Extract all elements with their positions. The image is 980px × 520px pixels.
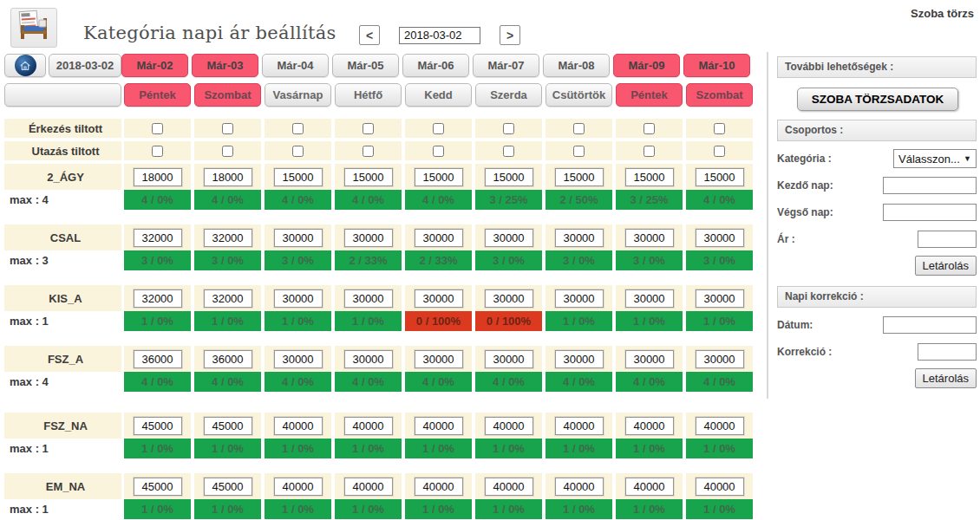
column-header-date[interactable]: Már-08 [543,54,610,77]
price-input[interactable] [555,417,604,435]
restriction-checkbox[interactable] [292,146,304,157]
szoba-torzsadatok-button[interactable]: SZOBA TÖRZSADATOK [797,88,959,111]
price-input[interactable] [696,350,744,368]
price-input[interactable] [134,478,182,496]
prev-day-button[interactable]: < [359,25,380,45]
kategoria-select[interactable]: Válasszon... ▼ [893,149,977,168]
restriction-checkbox[interactable] [363,146,374,157]
price-input[interactable] [204,229,252,247]
price-input[interactable] [134,168,182,186]
column-header-date[interactable]: Már-02 [121,54,188,77]
price-input[interactable] [204,478,252,496]
price-input[interactable] [625,289,674,308]
column-header-date[interactable]: Már-03 [192,54,258,77]
restriction-checkbox[interactable] [714,146,725,157]
price-input[interactable] [415,350,463,368]
csoportos-letarolas-button[interactable]: Letárolás [915,256,977,276]
price-input[interactable] [204,289,252,308]
price-input[interactable] [485,289,533,308]
price-input[interactable] [204,417,252,435]
column-header-date[interactable]: Már-07 [473,54,539,77]
price-input[interactable] [204,350,252,368]
price-input[interactable] [696,229,744,247]
column-header-day[interactable]: Péntek [616,83,683,107]
price-input[interactable] [204,168,252,186]
column-header-day[interactable]: Szombat [194,83,261,107]
price-input[interactable] [696,478,744,496]
price-input[interactable] [134,289,182,308]
price-input[interactable] [274,289,323,308]
price-input[interactable] [274,168,323,186]
restriction-checkbox[interactable] [433,146,444,157]
price-input[interactable] [274,350,323,368]
price-input[interactable] [134,229,182,247]
price-input[interactable] [344,168,393,186]
price-input[interactable] [555,289,604,308]
napi-letarolas-button[interactable]: Letárolás [915,368,977,388]
price-input[interactable] [274,478,323,496]
restriction-checkbox[interactable] [222,123,233,134]
restriction-checkbox[interactable] [503,123,514,134]
price-input[interactable] [555,229,604,247]
price-input[interactable] [415,417,463,435]
price-input[interactable] [625,417,674,435]
restriction-checkbox[interactable] [292,123,304,134]
column-header-date[interactable]: Már-04 [262,54,329,77]
restriction-checkbox[interactable] [714,123,725,134]
datum-input[interactable] [883,316,977,334]
price-input[interactable] [344,289,393,308]
price-input[interactable] [485,168,533,186]
restriction-checkbox[interactable] [433,123,444,134]
price-input[interactable] [485,350,533,368]
price-input[interactable] [485,478,533,496]
price-input[interactable] [134,350,182,368]
restriction-checkbox[interactable] [503,146,514,157]
restriction-checkbox[interactable] [152,146,163,157]
price-input[interactable] [696,168,744,186]
price-input[interactable] [555,168,604,186]
price-input[interactable] [134,417,182,435]
column-header-date[interactable]: Már-05 [332,54,399,77]
price-input[interactable] [344,229,393,247]
price-input[interactable] [625,350,674,368]
price-input[interactable] [344,478,393,496]
column-header-date[interactable]: Már-06 [402,54,469,77]
price-input[interactable] [625,478,674,496]
restriction-checkbox[interactable] [573,123,585,134]
restriction-checkbox[interactable] [644,146,655,157]
price-input[interactable] [625,168,674,186]
column-header-day[interactable]: Kedd [405,83,472,107]
korrekcio-input[interactable] [918,343,977,361]
price-input[interactable] [415,168,463,186]
price-input[interactable] [274,229,323,247]
price-input[interactable] [485,417,533,435]
column-header-day[interactable]: Vasárnap [265,83,331,107]
price-input[interactable] [555,350,604,368]
price-input[interactable] [415,289,463,308]
next-day-button[interactable]: > [500,25,520,45]
home-button[interactable] [4,54,46,77]
restriction-checkbox[interactable] [644,123,655,134]
price-input[interactable] [696,417,744,435]
szoba-torzs-link[interactable]: Szoba törzs [911,7,974,20]
price-input[interactable] [625,229,674,247]
date-input[interactable] [399,27,480,44]
kezdo-nap-input[interactable] [883,177,977,194]
price-input[interactable] [344,417,393,435]
restriction-checkbox[interactable] [363,123,374,134]
ar-input[interactable] [918,231,977,248]
price-input[interactable] [696,289,744,308]
price-input[interactable] [555,478,604,496]
column-header-day[interactable]: Péntek [124,83,191,107]
column-header-date[interactable]: Már-10 [683,54,750,77]
price-input[interactable] [415,478,463,496]
column-header-day[interactable]: Hétfő [335,83,402,107]
restriction-checkbox[interactable] [222,146,233,157]
price-input[interactable] [274,417,323,435]
column-header-date[interactable]: Már-09 [613,54,680,77]
price-input[interactable] [344,350,393,368]
restriction-checkbox[interactable] [152,123,163,134]
column-header-day[interactable]: Szerda [475,83,542,107]
restriction-checkbox[interactable] [573,146,585,157]
price-input[interactable] [485,229,533,247]
